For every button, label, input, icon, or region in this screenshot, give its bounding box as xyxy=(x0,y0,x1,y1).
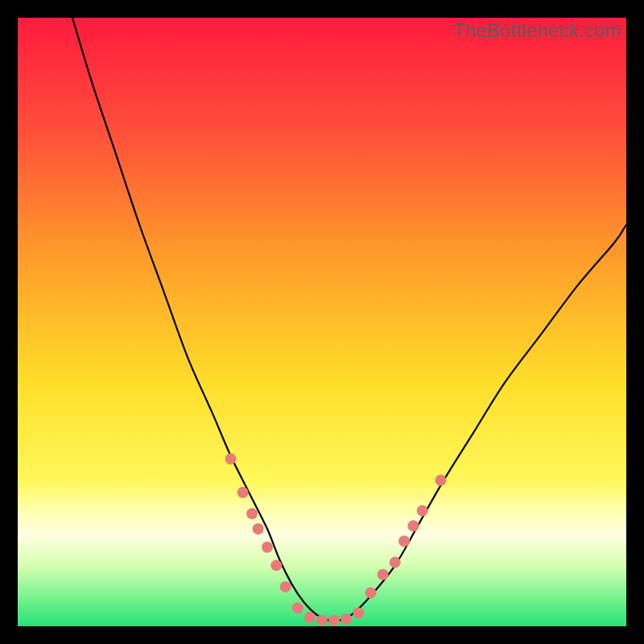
background-gradient xyxy=(18,18,626,626)
chart-frame: TheBottleneck.com xyxy=(18,18,626,626)
svg-rect-0 xyxy=(18,18,626,626)
